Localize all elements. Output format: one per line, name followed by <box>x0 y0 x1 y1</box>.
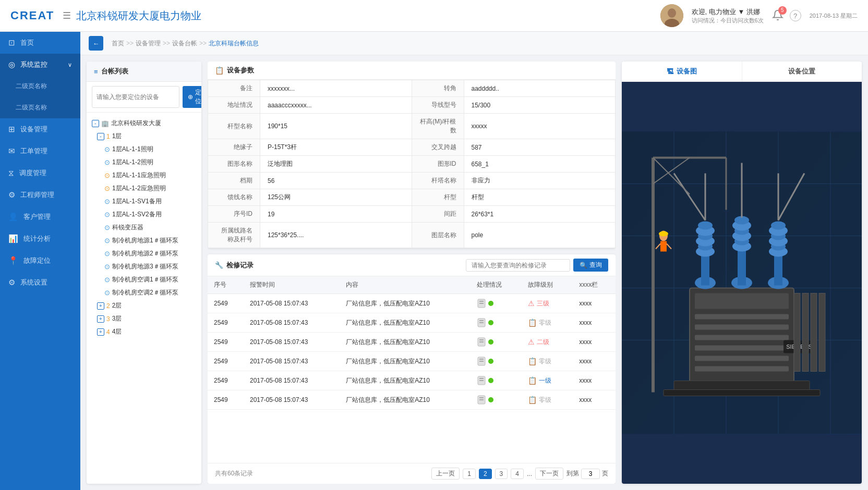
param-value: aaddddd.. <box>464 80 616 97</box>
page-button-2[interactable]: 2 <box>479 469 492 479</box>
tree-node-floor4[interactable]: + 4 4层 <box>87 325 201 338</box>
param-value: xxxxx <box>464 114 616 139</box>
tab-equipment-image-label: 设备图 <box>677 67 697 76</box>
sidebar-item-system-monitor[interactable]: ◎ 系统监控 ∨ <box>0 54 80 76</box>
list-item[interactable]: ⊙ 科锐变压器 <box>87 221 201 234</box>
cell-content: 厂站信息库，低压配电室AZ10 <box>340 313 471 333</box>
leaf-label: 制冷机房地源2＃循环泵 <box>112 249 178 258</box>
list-item[interactable]: ⊙ 制冷机房地源2＃循环泵 <box>87 247 201 260</box>
list-item[interactable]: ⊙ 1层AL-1-1应急照明 <box>87 169 201 182</box>
page-button-3[interactable]: 3 <box>495 469 508 479</box>
records-search-input[interactable] <box>466 259 570 272</box>
sidebar-item-equipment[interactable]: ⊞ 设备管理 <box>0 118 80 140</box>
status-device-icon <box>477 395 486 405</box>
table-row: 2549 2017-05-08 15:07:43 厂站信息库，低压配电室AZ10 <box>208 390 616 410</box>
schedule-icon: ⧖ <box>8 168 14 178</box>
sidebar-sub1-label: 二级页名称 <box>16 82 47 91</box>
floor1-toggle[interactable]: - <box>97 133 104 140</box>
tree-node-floor2[interactable]: + 2 2层 <box>87 299 201 312</box>
param-value: 非应力 <box>464 173 616 189</box>
table-row: 所属线路名称及杆号 125*36*25.... 图层名称 pole <box>208 223 616 248</box>
param-label: 所属线路名称及杆号 <box>208 223 260 248</box>
tree-panel: ≡ 台帐列表 ⊕ 定位 - 🏢 北京科锐研发大厦 <box>87 62 201 484</box>
sidebar-item-sub1[interactable]: 二级页名称 <box>0 76 80 97</box>
tab-equipment-image[interactable]: 🏗 设备图 <box>622 62 742 81</box>
prev-page-button[interactable]: 上一页 <box>431 468 460 480</box>
goto-input[interactable] <box>581 469 600 479</box>
list-item[interactable]: ⊙ 1层AL-1-2应急照明 <box>87 182 201 195</box>
param-label: 图形ID <box>412 156 464 173</box>
list-item[interactable]: ⊙ 制冷机房地源3＃循环泵 <box>87 260 201 273</box>
sidebar-item-home[interactable]: ⊡ 首页 <box>0 32 80 54</box>
svg-rect-16 <box>479 378 484 379</box>
cell-level: 📋 零级 <box>522 313 573 333</box>
back-button[interactable]: ← <box>89 36 103 51</box>
svg-point-85 <box>659 231 668 237</box>
notification-icon[interactable]: 5 <box>772 9 783 22</box>
user-welcome[interactable]: 欢迎, 电力物业 ▼ 洪娜 <box>692 7 764 17</box>
tree-node-floor1[interactable]: - 1 1层 <box>87 130 201 143</box>
records-search: 🔍 查询 <box>466 259 608 272</box>
floor4-toggle[interactable]: + <box>97 328 104 336</box>
cell-id: 2549 <box>208 371 244 390</box>
cell-status <box>471 294 522 313</box>
help-icon[interactable]: ? <box>790 10 801 21</box>
records-search-button[interactable]: 🔍 查询 <box>573 259 608 272</box>
sidebar-item-schedule[interactable]: ⧖ 调度管理 <box>0 162 80 184</box>
tab-equipment-location[interactable]: 设备位置 <box>742 62 862 81</box>
list-item[interactable]: ⊙ 1层AL-1-SV2备用 <box>87 208 201 221</box>
menu-icon[interactable]: ☰ <box>63 10 71 21</box>
breadcrumb-equipment-mgmt[interactable]: 设备管理 <box>136 39 161 48</box>
list-item[interactable]: ⊙ 1层AL-1-2照明 <box>87 156 201 169</box>
sep1: >> <box>126 40 134 47</box>
list-item[interactable]: ⊙ 1层AL-1-SV1备用 <box>87 195 201 208</box>
sidebar-item-fault[interactable]: 📍 故障定位 <box>0 250 80 272</box>
sidebar-item-engineer[interactable]: ⚙ 工程师管理 <box>0 184 80 206</box>
tree-search-input[interactable] <box>92 86 179 108</box>
cell-id: 2549 <box>208 294 244 313</box>
param-label: 馈线名称 <box>208 189 260 206</box>
list-item[interactable]: ⊙ 制冷机房空调1＃循环泵 <box>87 273 201 286</box>
floor3-toggle[interactable]: + <box>97 315 104 323</box>
records-title: 🔧 检修记录 <box>215 261 254 270</box>
page-button-4[interactable]: 4 <box>511 469 524 479</box>
svg-rect-8 <box>479 322 484 323</box>
home-icon: ⊡ <box>8 38 15 47</box>
tree-node-floor3[interactable]: + 3 3层 <box>87 312 201 325</box>
building-icon: 🏢 <box>101 120 109 127</box>
param-value: aaaacccxxxxx... <box>260 97 412 114</box>
table-row: 档期 56 杆塔名称 非应力 <box>208 173 616 189</box>
param-value: 587 <box>464 139 616 156</box>
list-item[interactable]: ⊙ 制冷机房空调2＃循环泵 <box>87 286 201 299</box>
next-page-button[interactable]: 下一页 <box>535 468 563 480</box>
leaf-label: 1层AL-1-1照明 <box>112 145 153 154</box>
list-item[interactable]: ⊙ 1层AL-1-1照明 <box>87 143 201 156</box>
breadcrumb-home[interactable]: 首页 <box>112 39 124 48</box>
page-button-1[interactable]: 1 <box>463 469 476 479</box>
param-label: 档期 <box>208 173 260 189</box>
svg-rect-72 <box>811 293 817 372</box>
status-indicator <box>477 317 515 328</box>
root-toggle[interactable]: - <box>92 120 99 127</box>
svg-point-62 <box>771 222 786 230</box>
fault-level-badge: 📋 零级 <box>528 318 566 327</box>
tree-panel-title: ≡ 台帐列表 <box>87 62 201 82</box>
leaf-icon: ⊙ <box>104 198 110 205</box>
tree-root-node[interactable]: - 🏢 北京科锐研发大厦 <box>87 117 201 130</box>
inspection-records-panel: 🔧 检修记录 🔍 查询 <box>208 254 616 484</box>
sidebar-item-sub2[interactable]: 二级页名称 <box>0 97 80 118</box>
list-item[interactable]: ⊙ 制冷机房地源1＃循环泵 <box>87 234 201 247</box>
sidebar-item-settings[interactable]: ⚙ 系统设置 <box>0 272 80 293</box>
breadcrumb-equipment-ledger[interactable]: 设备台帐 <box>172 39 197 48</box>
leaf-label: 制冷机房空调2＃循环泵 <box>112 288 178 297</box>
sidebar-item-workorder[interactable]: ✉ 工单管理 <box>0 140 80 162</box>
tree-locate-button[interactable]: ⊕ 定位 <box>183 86 201 108</box>
floor2-toggle[interactable]: + <box>97 302 104 310</box>
cell-extra: xxxx <box>573 294 616 313</box>
cell-time: 2017-05-08 15:07:43 <box>244 294 340 313</box>
records-icon: 🔧 <box>215 261 223 269</box>
sidebar-item-statistics[interactable]: 📊 统计分析 <box>0 228 80 250</box>
locate-icon: ⊕ <box>188 93 193 101</box>
sidebar-item-customer[interactable]: 👤 客户管理 <box>0 206 80 228</box>
cell-level: ⚠ 二级 <box>522 333 573 352</box>
